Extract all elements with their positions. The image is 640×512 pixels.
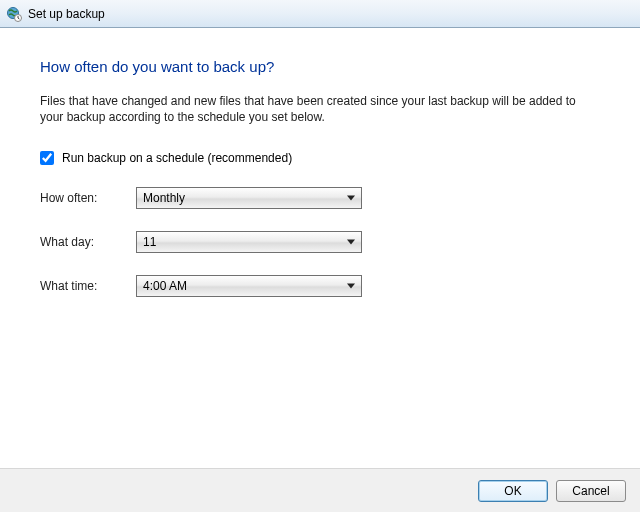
select-what-time-value: 4:00 AM <box>143 279 187 293</box>
button-bar: OK Cancel <box>0 468 640 512</box>
row-what-day: What day: 11 <box>40 231 600 253</box>
select-how-often-value: Monthly <box>143 191 185 205</box>
world-clock-icon <box>6 6 22 22</box>
select-how-often[interactable]: Monthly <box>136 187 362 209</box>
content-area: How often do you want to back up? Files … <box>0 28 640 329</box>
chevron-down-icon <box>347 240 355 245</box>
run-on-schedule-checkbox[interactable] <box>40 151 54 165</box>
ok-button[interactable]: OK <box>478 480 548 502</box>
page-description: Files that have changed and new files th… <box>40 93 600 125</box>
chevron-down-icon <box>347 284 355 289</box>
chevron-down-icon <box>347 196 355 201</box>
select-what-day-value: 11 <box>143 235 156 249</box>
page-heading: How often do you want to back up? <box>40 58 600 75</box>
row-how-often: How often: Monthly <box>40 187 600 209</box>
cancel-button[interactable]: Cancel <box>556 480 626 502</box>
row-what-time: What time: 4:00 AM <box>40 275 600 297</box>
select-what-time[interactable]: 4:00 AM <box>136 275 362 297</box>
ok-button-label: OK <box>504 484 521 498</box>
label-how-often: How often: <box>40 191 136 205</box>
window-title: Set up backup <box>28 7 105 21</box>
cancel-button-label: Cancel <box>572 484 609 498</box>
window-titlebar: Set up backup <box>0 0 640 28</box>
label-what-day: What day: <box>40 235 136 249</box>
select-what-day[interactable]: 11 <box>136 231 362 253</box>
label-what-time: What time: <box>40 279 136 293</box>
run-on-schedule-label[interactable]: Run backup on a schedule (recommended) <box>62 151 292 165</box>
run-on-schedule-row: Run backup on a schedule (recommended) <box>40 151 600 165</box>
